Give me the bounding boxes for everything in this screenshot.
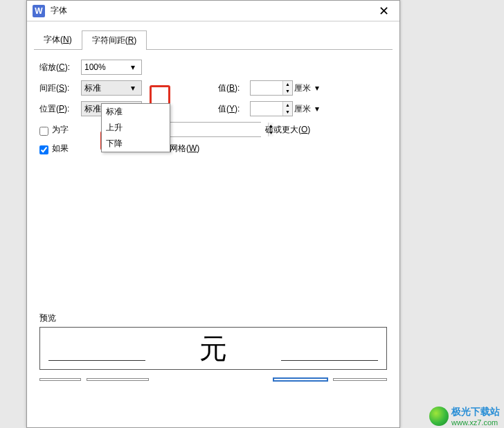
dropdown-item-standard[interactable]: 标准	[102, 104, 170, 120]
chevron-down-icon: ▾	[312, 83, 323, 93]
label-kerning-suffix: 磅或更大(O)	[265, 124, 310, 136]
spin-controls[interactable]: ▲▼	[282, 81, 292, 95]
cancel-button[interactable]: 取消	[333, 378, 387, 381]
label-position: 位置(P):	[39, 103, 81, 115]
input-value-y[interactable]	[251, 102, 282, 116]
chevron-down-icon: ▾	[127, 62, 138, 72]
row-scale: 缩放(C): 100% ▾	[34, 60, 393, 75]
input-value-b[interactable]	[251, 81, 282, 95]
spinner-value-y[interactable]: ▲▼	[250, 101, 293, 116]
label-spacing: 间距(S):	[39, 82, 81, 94]
spinner-value-b[interactable]: ▲▼	[250, 80, 293, 96]
default-button[interactable]: 默认	[39, 378, 81, 381]
watermark-english: www.xz7.com	[451, 418, 500, 427]
preview-underline-right	[281, 360, 378, 361]
label-grid-prefix: 如果	[52, 143, 69, 154]
chevron-down-icon: ▾	[127, 83, 138, 93]
preview-underline-left	[48, 360, 145, 361]
combo-scale-value: 100%	[84, 62, 106, 72]
titlebar: W 字体 ✕	[27, 1, 399, 21]
spin-controls[interactable]: ▲▼	[282, 102, 292, 116]
combo-position-value: 标准	[84, 103, 101, 115]
label-value-b: 值(B):	[218, 82, 250, 94]
text-effect-button[interactable]: 文本效果	[87, 378, 149, 381]
tab-bar: 字体(N) 字符间距(R)	[34, 30, 393, 50]
dialog-window: W 字体 ✕ 字体(N) 字符间距(R) 缩放(C): 100% ▾ 间	[26, 0, 400, 428]
dialog-content: 字体(N) 字符间距(R) 缩放(C): 100% ▾ 间距(S): 标准 ▾	[27, 21, 399, 389]
chevron-down-icon: ▾	[312, 104, 323, 114]
combo-spacing-value: 标准	[84, 82, 101, 94]
watermark: 极光下载站 www.xz7.com	[429, 406, 500, 427]
unit-selector-2[interactable]: 厘米▾	[294, 103, 323, 115]
row-position: 位置(P): 标准 ▾ 值(Y): ▲▼ 厘米▾	[34, 101, 393, 116]
unit-selector-1[interactable]: 厘米▾	[294, 82, 323, 94]
combo-spacing[interactable]: 标准 ▾	[81, 80, 142, 96]
watermark-logo-icon	[429, 407, 449, 426]
watermark-chinese: 极光下载站	[451, 406, 500, 418]
button-row: 默认 文本效果 确定 取消	[34, 378, 393, 381]
preview-sample-char: 元	[199, 330, 227, 368]
checkbox-kerning[interactable]	[39, 127, 48, 136]
watermark-text: 极光下载站 www.xz7.com	[451, 406, 500, 427]
close-button[interactable]: ✕	[373, 3, 394, 19]
preview-box: 元	[39, 327, 387, 370]
dropdown-item-raise[interactable]: 上升	[102, 120, 170, 136]
dropdown-item-lower[interactable]: 下降	[102, 136, 170, 152]
combo-scale[interactable]: 100% ▾	[81, 60, 142, 75]
label-value-y: 值(Y):	[218, 103, 250, 115]
row-spacing: 间距(S): 标准 ▾ 值(B): ▲▼ 厘米▾	[34, 80, 393, 96]
checkbox-grid-align[interactable]	[39, 145, 48, 154]
label-scale: 缩放(C):	[39, 62, 81, 73]
ok-button[interactable]: 确定	[273, 378, 327, 381]
app-icon: W	[33, 5, 45, 17]
dropdown-position-list: 标准 上升 下降	[101, 103, 170, 152]
preview-label: 预览	[34, 312, 393, 324]
window-title: 字体	[51, 5, 373, 17]
tab-char-spacing[interactable]: 字符间距(R)	[82, 30, 147, 50]
label-kerning-prefix: 为字	[52, 124, 69, 136]
row-grid-align: 如果 则对齐网格(W)	[34, 143, 393, 154]
tab-font[interactable]: 字体(N)	[34, 30, 82, 50]
row-kerning: 为字 ▲▼ 磅或更大(O)	[34, 122, 393, 137]
